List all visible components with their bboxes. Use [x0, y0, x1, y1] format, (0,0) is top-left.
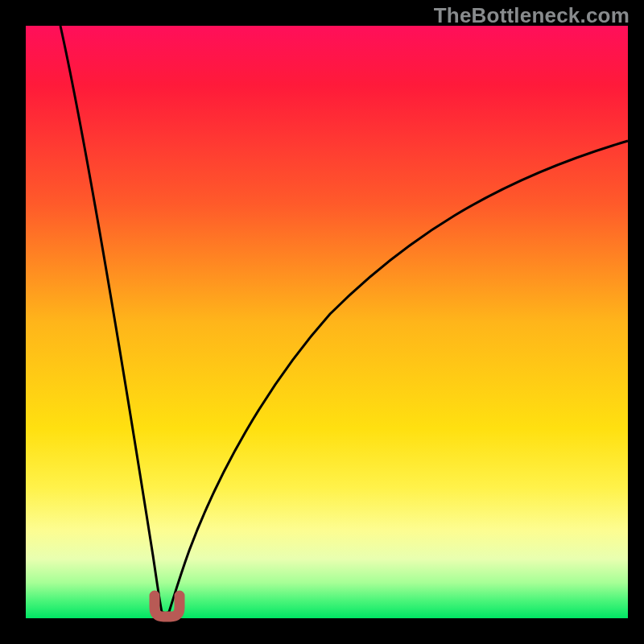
- bottleneck-chart: [0, 0, 644, 644]
- watermark-text: TheBottleneck.com: [434, 3, 630, 28]
- chart-container: TheBottleneck.com: [0, 0, 644, 644]
